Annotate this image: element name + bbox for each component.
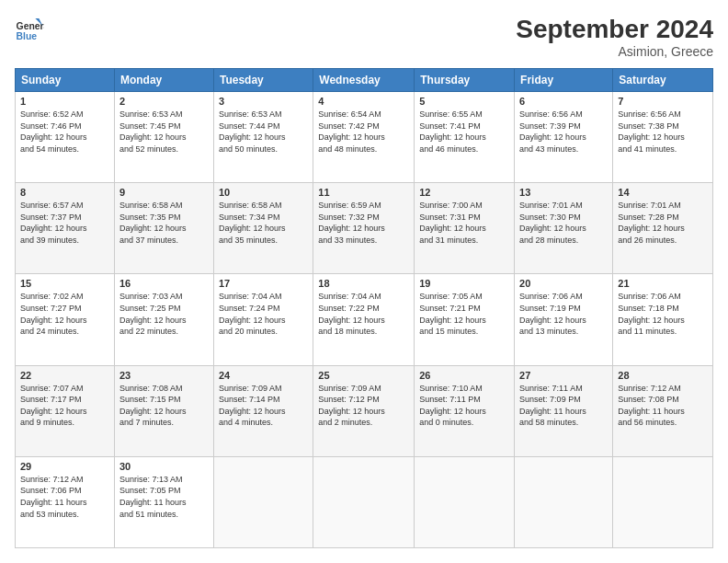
calendar-cell [613,456,713,547]
day-number: 23 [119,370,209,381]
weekday-header-monday: Monday [114,69,213,92]
day-info: Sunrise: 7:00 AM Sunset: 7:31 PM Dayligh… [419,200,509,246]
calendar-cell [313,456,415,547]
calendar-cell: 9Sunrise: 6:58 AM Sunset: 7:35 PM Daylig… [114,183,213,274]
calendar-cell: 11Sunrise: 6:59 AM Sunset: 7:32 PM Dayli… [313,183,415,274]
day-number: 3 [219,96,308,107]
day-number: 11 [318,187,409,198]
day-info: Sunrise: 6:55 AM Sunset: 7:41 PM Dayligh… [419,109,509,155]
calendar-cell: 22Sunrise: 7:07 AM Sunset: 7:17 PM Dayli… [16,365,115,456]
calendar-cell [515,456,613,547]
day-number: 14 [618,187,708,198]
calendar-cell: 21Sunrise: 7:06 AM Sunset: 7:18 PM Dayli… [613,274,713,365]
day-info: Sunrise: 6:54 AM Sunset: 7:42 PM Dayligh… [318,109,409,155]
day-info: Sunrise: 7:09 AM Sunset: 7:14 PM Dayligh… [219,383,308,429]
calendar-cell: 2Sunrise: 6:53 AM Sunset: 7:45 PM Daylig… [114,92,213,183]
day-number: 21 [618,278,708,289]
day-number: 27 [519,370,608,381]
day-number: 19 [419,278,509,289]
calendar-cell: 5Sunrise: 6:55 AM Sunset: 7:41 PM Daylig… [415,92,515,183]
calendar-table: SundayMondayTuesdayWednesdayThursdayFrid… [15,68,713,548]
calendar-cell [415,456,515,547]
day-info: Sunrise: 7:01 AM Sunset: 7:30 PM Dayligh… [519,200,608,246]
calendar-cell: 18Sunrise: 7:04 AM Sunset: 7:22 PM Dayli… [313,274,415,365]
calendar-week-5: 29Sunrise: 7:12 AM Sunset: 7:06 PM Dayli… [16,456,713,547]
day-info: Sunrise: 6:58 AM Sunset: 7:34 PM Dayligh… [219,200,308,246]
header: General Blue September 2024 Asimion, Gre… [15,15,713,59]
calendar-cell: 16Sunrise: 7:03 AM Sunset: 7:25 PM Dayli… [114,274,213,365]
day-info: Sunrise: 7:12 AM Sunset: 7:06 PM Dayligh… [20,474,109,520]
calendar-cell: 13Sunrise: 7:01 AM Sunset: 7:30 PM Dayli… [515,183,613,274]
calendar-cell: 12Sunrise: 7:00 AM Sunset: 7:31 PM Dayli… [415,183,515,274]
calendar-cell: 14Sunrise: 7:01 AM Sunset: 7:28 PM Dayli… [613,183,713,274]
svg-text:Blue: Blue [17,31,38,41]
day-info: Sunrise: 6:52 AM Sunset: 7:46 PM Dayligh… [20,109,109,155]
day-number: 9 [119,187,209,198]
day-info: Sunrise: 7:04 AM Sunset: 7:22 PM Dayligh… [318,291,409,337]
calendar-page: General Blue September 2024 Asimion, Gre… [0,0,728,563]
calendar-cell: 17Sunrise: 7:04 AM Sunset: 7:24 PM Dayli… [213,274,313,365]
day-number: 10 [219,187,308,198]
day-number: 25 [318,370,409,381]
day-info: Sunrise: 7:03 AM Sunset: 7:25 PM Dayligh… [119,291,209,337]
calendar-cell: 15Sunrise: 7:02 AM Sunset: 7:27 PM Dayli… [16,274,115,365]
location: Asimion, Greece [516,44,713,59]
weekday-header-thursday: Thursday [415,69,515,92]
day-info: Sunrise: 6:57 AM Sunset: 7:37 PM Dayligh… [20,200,109,246]
day-number: 22 [20,370,109,381]
calendar-cell: 4Sunrise: 6:54 AM Sunset: 7:42 PM Daylig… [313,92,415,183]
weekday-header-saturday: Saturday [613,69,713,92]
calendar-cell: 27Sunrise: 7:11 AM Sunset: 7:09 PM Dayli… [515,365,613,456]
day-info: Sunrise: 7:05 AM Sunset: 7:21 PM Dayligh… [419,291,509,337]
day-number: 24 [219,370,308,381]
weekday-header-tuesday: Tuesday [213,69,313,92]
weekday-header-wednesday: Wednesday [313,69,415,92]
calendar-cell: 23Sunrise: 7:08 AM Sunset: 7:15 PM Dayli… [114,365,213,456]
calendar-cell: 3Sunrise: 6:53 AM Sunset: 7:44 PM Daylig… [213,92,313,183]
day-info: Sunrise: 6:53 AM Sunset: 7:45 PM Dayligh… [119,109,209,155]
day-number: 13 [519,187,608,198]
calendar-cell: 8Sunrise: 6:57 AM Sunset: 7:37 PM Daylig… [16,183,115,274]
day-info: Sunrise: 7:06 AM Sunset: 7:18 PM Dayligh… [618,291,708,337]
day-number: 7 [618,96,708,107]
calendar-cell: 6Sunrise: 6:56 AM Sunset: 7:39 PM Daylig… [515,92,613,183]
day-info: Sunrise: 7:04 AM Sunset: 7:24 PM Dayligh… [219,291,308,337]
day-number: 29 [20,461,109,472]
day-number: 18 [318,278,409,289]
weekday-header-sunday: Sunday [16,69,115,92]
calendar-cell: 28Sunrise: 7:12 AM Sunset: 7:08 PM Dayli… [613,365,713,456]
day-info: Sunrise: 6:53 AM Sunset: 7:44 PM Dayligh… [219,109,308,155]
calendar-cell [213,456,313,547]
day-number: 1 [20,96,109,107]
calendar-cell: 20Sunrise: 7:06 AM Sunset: 7:19 PM Dayli… [515,274,613,365]
day-number: 20 [519,278,608,289]
day-number: 6 [519,96,608,107]
day-info: Sunrise: 6:56 AM Sunset: 7:38 PM Dayligh… [618,109,708,155]
day-info: Sunrise: 7:06 AM Sunset: 7:19 PM Dayligh… [519,291,608,337]
calendar-week-3: 15Sunrise: 7:02 AM Sunset: 7:27 PM Dayli… [16,274,713,365]
logo-icon: General Blue [15,15,44,44]
title-block: September 2024 Asimion, Greece [516,15,713,59]
day-info: Sunrise: 7:12 AM Sunset: 7:08 PM Dayligh… [618,383,708,429]
calendar-cell: 1Sunrise: 6:52 AM Sunset: 7:46 PM Daylig… [16,92,115,183]
day-info: Sunrise: 7:09 AM Sunset: 7:12 PM Dayligh… [318,383,409,429]
day-info: Sunrise: 7:07 AM Sunset: 7:17 PM Dayligh… [20,383,109,429]
day-number: 2 [119,96,209,107]
calendar-cell: 29Sunrise: 7:12 AM Sunset: 7:06 PM Dayli… [16,456,115,547]
calendar-cell: 30Sunrise: 7:13 AM Sunset: 7:05 PM Dayli… [114,456,213,547]
calendar-week-1: 1Sunrise: 6:52 AM Sunset: 7:46 PM Daylig… [16,92,713,183]
day-number: 8 [20,187,109,198]
day-number: 26 [419,370,509,381]
calendar-cell: 26Sunrise: 7:10 AM Sunset: 7:11 PM Dayli… [415,365,515,456]
day-info: Sunrise: 7:08 AM Sunset: 7:15 PM Dayligh… [119,383,209,429]
calendar-cell: 19Sunrise: 7:05 AM Sunset: 7:21 PM Dayli… [415,274,515,365]
day-info: Sunrise: 6:56 AM Sunset: 7:39 PM Dayligh… [519,109,608,155]
day-info: Sunrise: 6:58 AM Sunset: 7:35 PM Dayligh… [119,200,209,246]
day-number: 16 [119,278,209,289]
day-number: 30 [119,461,209,472]
day-number: 5 [419,96,509,107]
day-info: Sunrise: 6:59 AM Sunset: 7:32 PM Dayligh… [318,200,409,246]
calendar-cell: 10Sunrise: 6:58 AM Sunset: 7:34 PM Dayli… [213,183,313,274]
calendar-week-2: 8Sunrise: 6:57 AM Sunset: 7:37 PM Daylig… [16,183,713,274]
calendar-cell: 24Sunrise: 7:09 AM Sunset: 7:14 PM Dayli… [213,365,313,456]
